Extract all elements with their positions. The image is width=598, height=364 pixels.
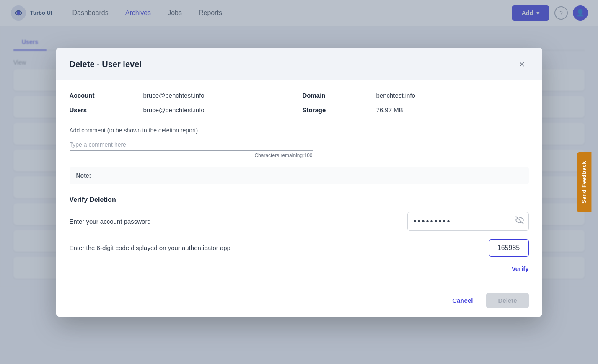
feedback-button[interactable]: Send Feedback [577, 152, 592, 212]
password-input[interactable] [407, 212, 529, 231]
modal-close-button[interactable]: × [515, 58, 529, 71]
users-value: bruce@benchtest.info [143, 106, 296, 114]
delete-button[interactable]: Delete [486, 293, 528, 308]
delete-user-modal: Delete - User level × Account bruce@benc… [56, 48, 542, 317]
comment-input-wrapper [70, 139, 529, 151]
password-label: Enter your account password [70, 218, 151, 225]
chars-remaining: Characters remaining:100 [70, 152, 313, 158]
password-toggle-button[interactable] [515, 216, 524, 227]
note-label: Note: [76, 172, 91, 179]
comment-section-label: Add comment (to be shown in the deletion… [70, 127, 529, 134]
verify-section: Verify Deletion Enter your account passw… [70, 196, 529, 272]
modal-footer: Cancel Delete [56, 284, 542, 317]
password-row: Enter your account password [70, 212, 529, 231]
storage-label: Storage [303, 106, 370, 114]
domain-label: Domain [303, 92, 370, 99]
modal-header: Delete - User level × [56, 48, 542, 80]
verify-title: Verify Deletion [70, 196, 529, 204]
auth-label: Enter the 6-digit code displayed on your… [70, 244, 230, 251]
modal-overlay: Delete - User level × Account bruce@benc… [0, 0, 598, 364]
verify-link-row: Verify [70, 265, 529, 272]
domain-value: benchtest.info [376, 92, 529, 99]
comment-input[interactable] [70, 139, 313, 151]
chars-remaining-label: Characters remaining: [254, 152, 304, 158]
auth-code-input[interactable] [489, 239, 529, 257]
chars-remaining-value: 100 [304, 152, 312, 158]
storage-value: 76.97 MB [376, 106, 529, 114]
account-value: bruce@benchtest.info [143, 92, 296, 99]
note-box: Note: [70, 167, 529, 184]
users-label: Users [70, 106, 137, 114]
comment-section: Add comment (to be shown in the deletion… [70, 127, 529, 158]
verify-button[interactable]: Verify [512, 265, 529, 272]
eye-off-icon [515, 218, 524, 226]
account-label: Account [70, 92, 137, 99]
auth-code-row: Enter the 6-digit code displayed on your… [70, 239, 529, 257]
info-grid: Account bruce@benchtest.info Domain benc… [70, 92, 529, 114]
modal-body: Account bruce@benchtest.info Domain benc… [56, 80, 542, 284]
cancel-button[interactable]: Cancel [445, 294, 479, 307]
password-input-wrapper [407, 212, 529, 231]
modal-title: Delete - User level [70, 59, 142, 69]
